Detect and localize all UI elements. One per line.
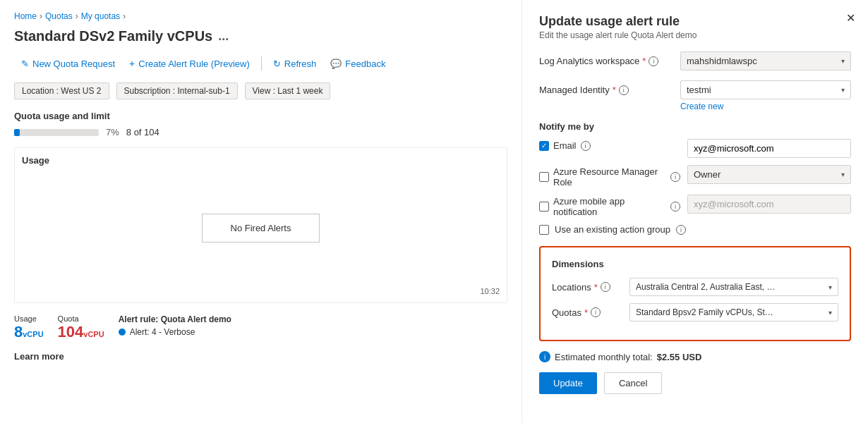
breadcrumb-home[interactable]: Home: [14, 11, 37, 21]
managed-identity-control: testmi ▾ Create new: [680, 80, 851, 111]
quota-bar-inner: [14, 129, 20, 136]
email-checkbox[interactable]: [539, 141, 549, 151]
action-group-row: Use an existing action group i: [539, 224, 851, 235]
quota-bar-outer: [14, 129, 99, 136]
alert-dot-icon: [119, 329, 126, 336]
stat-quota: Quota 104vCPU: [58, 314, 104, 341]
arm-role-chevron-icon: ▾: [841, 171, 845, 178]
toolbar-divider: [261, 56, 262, 70]
log-analytics-label: Log Analytics workspace * i: [539, 51, 680, 66]
filter-view[interactable]: View : Last 1 week: [245, 82, 331, 99]
feedback-button[interactable]: 💬 Feedback: [323, 55, 392, 73]
breadcrumb-my-quotas[interactable]: My quotas: [81, 11, 120, 21]
action-buttons: Update Cancel: [539, 372, 851, 394]
chart-time: 10:32: [22, 287, 500, 295]
log-analytics-select[interactable]: mahshidmlawspc ▾: [680, 51, 851, 70]
filter-location[interactable]: Location : West US 2: [14, 82, 109, 99]
action-group-checkbox[interactable]: [539, 225, 549, 235]
page-title-row: Standard DSv2 Family vCPUs ...: [14, 28, 507, 44]
arm-role-row: Azure Resource Manager Role i Owner ▾: [539, 165, 851, 188]
close-button[interactable]: ✕: [846, 11, 855, 25]
chart-area: Usage No Fired Alerts 10:32: [14, 147, 507, 303]
locations-label: Locations * i: [552, 282, 629, 293]
feedback-icon: 💬: [330, 59, 342, 69]
panel-title: Update usage alert rule: [539, 14, 851, 29]
quotas-row: Quotas * i Standard Bpsv2 Family vCPUs, …: [552, 303, 838, 321]
mobile-info-icon[interactable]: i: [670, 202, 680, 212]
action-group-info-icon[interactable]: i: [676, 225, 686, 235]
quota-count: 8 of 104: [126, 127, 159, 137]
create-new-link[interactable]: Create new: [680, 102, 851, 111]
page-title-menu[interactable]: ...: [218, 29, 229, 44]
arm-role-select[interactable]: Owner ▾: [687, 165, 851, 184]
breadcrumb-quotas[interactable]: Quotas: [45, 11, 73, 21]
new-quota-button[interactable]: ✎ New Quota Request: [14, 55, 122, 73]
new-quota-icon: ✎: [21, 59, 29, 69]
quotas-chevron-icon: ▾: [828, 309, 832, 317]
locations-select[interactable]: Australia Central 2, Australia East, Bra…: [629, 278, 838, 296]
mobile-input: xyz@microsoft.com: [687, 195, 851, 214]
stat-usage: Usage 8vCPU: [14, 314, 44, 341]
refresh-button[interactable]: ↻ Refresh: [266, 55, 324, 73]
quotas-select[interactable]: Standard Bpsv2 Family vCPUs, Standard DS…: [629, 303, 838, 321]
quota-bar-row: 7% 8 of 104: [14, 127, 507, 137]
notify-section-title: Notify me by: [539, 121, 851, 132]
email-label: Email i: [539, 139, 680, 151]
alert-info: Alert rule: Quota Alert demo Alert: 4 - …: [119, 314, 231, 337]
managed-identity-row: Managed Identity * i testmi ▾ Create new: [539, 80, 851, 111]
quotas-info-icon[interactable]: i: [591, 307, 601, 317]
arm-role-label: Azure Resource Manager Role i: [539, 165, 680, 188]
managed-identity-label: Managed Identity * i: [539, 80, 680, 95]
update-button[interactable]: Update: [539, 372, 597, 394]
learn-more[interactable]: Learn more: [14, 351, 507, 362]
dimensions-title: Dimensions: [552, 259, 838, 269]
panel-subtitle: Edit the usage alert rule Quota Alert de…: [539, 30, 851, 40]
log-analytics-chevron-icon: ▾: [841, 57, 845, 65]
chart-label: Usage: [22, 155, 500, 166]
locations-info-icon[interactable]: i: [601, 282, 610, 292]
cancel-button[interactable]: Cancel: [604, 372, 662, 394]
managed-identity-select[interactable]: testmi ▾: [680, 80, 851, 99]
email-notify-row: Email i: [539, 139, 851, 158]
no-alerts-box: No Fired Alerts: [202, 214, 320, 243]
managed-identity-info-icon[interactable]: i: [619, 85, 629, 95]
arm-role-checkbox[interactable]: [539, 172, 549, 182]
log-analytics-control: mahshidmlawspc ▾: [680, 51, 851, 70]
quota-section-title: Quota usage and limit: [14, 111, 507, 121]
locations-chevron-icon: ▾: [828, 283, 832, 291]
right-panel: ✕ Update usage alert rule Edit the usage…: [522, 0, 868, 423]
breadcrumb: Home › Quotas › My quotas ›: [14, 11, 507, 21]
quotas-label: Quotas * i: [552, 307, 629, 318]
stats-row: Usage 8vCPU Quota 104vCPU Alert rule: Qu…: [14, 314, 507, 341]
locations-row: Locations * i Australia Central 2, Austr…: [552, 278, 838, 296]
left-panel: Home › Quotas › My quotas › Standard DSv…: [0, 0, 522, 423]
quota-percent: 7%: [106, 127, 119, 137]
toolbar: ✎ New Quota Request + Create Alert Rule …: [14, 54, 507, 73]
log-analytics-info-icon[interactable]: i: [649, 56, 658, 66]
plus-icon: +: [129, 58, 135, 69]
mobile-notify-row: Azure mobile app notification i xyz@micr…: [539, 195, 851, 217]
estimated-amount: $2.55 USD: [657, 352, 702, 362]
refresh-icon: ↻: [273, 59, 281, 69]
mobile-checkbox[interactable]: [539, 202, 549, 212]
create-alert-button[interactable]: + Create Alert Rule (Preview): [122, 54, 257, 73]
managed-identity-chevron-icon: ▾: [841, 86, 845, 94]
dimensions-box: Dimensions Locations * i Australia Centr…: [539, 246, 851, 341]
log-analytics-row: Log Analytics workspace * i mahshidmlaws…: [539, 51, 851, 70]
filters-row: Location : West US 2 Subscription : Inte…: [14, 82, 507, 99]
estimated-info-icon: i: [539, 351, 550, 362]
email-input[interactable]: [687, 139, 851, 158]
mobile-label: Azure mobile app notification i: [539, 195, 680, 217]
email-info-icon[interactable]: i: [581, 141, 591, 151]
arm-role-info-icon[interactable]: i: [670, 172, 680, 182]
page-title: Standard DSv2 Family vCPUs: [14, 28, 212, 44]
filter-subscription[interactable]: Subscription : Internal-sub-1: [116, 82, 238, 99]
chart-inner: No Fired Alerts: [22, 171, 500, 284]
estimated-row: i Estimated monthly total: $2.55 USD: [539, 351, 851, 362]
